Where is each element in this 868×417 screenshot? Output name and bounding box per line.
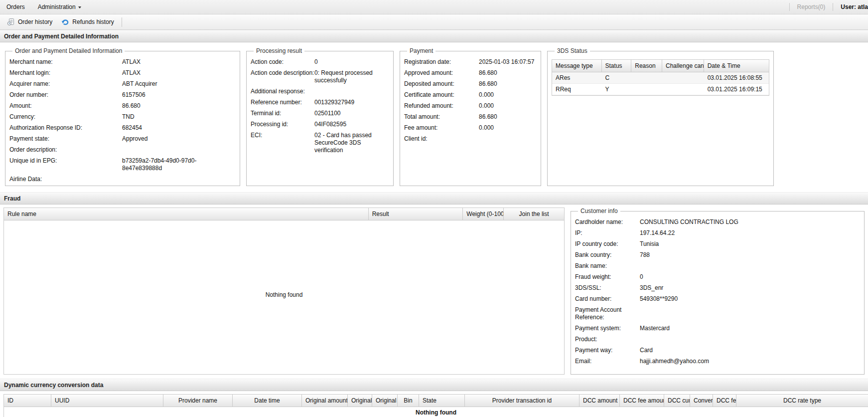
field-label: Reference number: <box>251 99 314 106</box>
field-row: Amount:86.680 <box>9 102 236 110</box>
field-value: 3DS_enr <box>640 284 860 292</box>
fraud-section: Rule nameResultWeight (0-100)Join the li… <box>0 208 868 375</box>
fraud-table: Rule nameResultWeight (0-100)Join the li… <box>3 208 565 375</box>
field-row: Deposited amount:86.680 <box>404 80 537 88</box>
field-label: Merchant name: <box>9 58 122 66</box>
column-header-original-f[interactable]: Original f <box>348 395 372 407</box>
field-label: Payment state: <box>9 135 122 143</box>
field-label: Action code: <box>251 58 314 66</box>
field-value <box>640 306 860 321</box>
field-label: Authorization Response ID: <box>9 124 122 132</box>
field-label: Total amount: <box>404 113 479 121</box>
order-info-fields: Merchant name:ATLAXMerchant login:ATLAXA… <box>9 58 236 183</box>
field-value: 86.680 <box>479 113 537 121</box>
field-label: Approved amount: <box>404 69 479 77</box>
column-header-weight-0-100-[interactable]: Weight (0-100) <box>463 208 504 220</box>
column-header-message-type[interactable]: Message type <box>552 60 602 72</box>
field-label: Fraud weight: <box>575 273 640 281</box>
field-value: 0.000 <box>479 124 537 132</box>
column-header-id[interactable]: ID <box>4 395 51 407</box>
field-row: Bank country:788 <box>575 251 860 259</box>
table-cell: ARes <box>552 72 602 83</box>
field-value <box>479 135 537 143</box>
field-row: Additional response: <box>251 88 389 95</box>
column-header-join-the-list[interactable]: Join the list <box>504 208 564 220</box>
column-header-challenge-cancel[interactable]: Challenge cancel <box>662 60 704 72</box>
table-row[interactable]: AResC03.01.2025 16:08:55 <box>552 72 769 84</box>
menu-orders[interactable]: Orders <box>0 3 31 10</box>
field-value: ATLAX <box>122 58 236 66</box>
page-title: Order and Payment Detailed Information <box>0 30 868 42</box>
field-label: Bank name: <box>575 262 640 270</box>
field-label: Deposited amount: <box>404 80 479 88</box>
table-cell: Y <box>602 84 632 95</box>
field-label: Terminal id: <box>251 110 314 117</box>
column-header-reason[interactable]: Reason <box>631 60 662 72</box>
field-value: 197.14.64.22 <box>640 229 860 237</box>
column-header-result[interactable]: Result <box>369 208 463 220</box>
column-header-dcc-curr[interactable]: DCC curr <box>664 395 690 407</box>
field-value: 0.000 <box>479 91 537 99</box>
field-label: Refunded amount: <box>404 102 479 110</box>
threeds-status-fieldset: 3DS Status Message typeStatusReasonChall… <box>547 47 774 186</box>
field-value <box>122 146 236 154</box>
field-value: 02 - Card has passed SecureCode 3DS veri… <box>314 132 389 154</box>
menu-reports[interactable]: Reports(0) <box>791 3 832 10</box>
field-value: 549308**9290 <box>640 295 860 303</box>
column-header-provider-transaction-id[interactable]: Provider transaction id <box>465 395 579 407</box>
payment-fields: Registration date:2025-01-03 16:07:57App… <box>404 58 537 143</box>
field-label: Processing id: <box>251 121 314 128</box>
processing-result-legend: Processing result <box>254 47 304 54</box>
field-row: IP country code:Tunisia <box>575 240 860 248</box>
field-value: Approved <box>122 135 236 143</box>
field-row: Terminal id:02501100 <box>251 110 389 117</box>
field-value: 0 <box>314 58 389 66</box>
field-label: Client id: <box>404 135 479 143</box>
field-row: IP:197.14.64.22 <box>575 229 860 237</box>
column-header-dcc-fee-amount[interactable]: DCC fee amount <box>620 395 664 407</box>
menu-user[interactable]: User: atla <box>834 3 868 10</box>
column-header-original-c[interactable]: Original c <box>372 395 398 407</box>
field-label: Fee amount: <box>404 124 479 132</box>
field-value: ABT Acquirer <box>122 80 236 88</box>
table-cell <box>631 84 662 95</box>
field-label: Additional response: <box>251 88 314 95</box>
menubar-separator <box>789 3 790 11</box>
column-header-status[interactable]: Status <box>602 60 632 72</box>
column-header-date-time[interactable]: Date & Time <box>704 60 769 72</box>
menubar: Orders Administration Reports(0) User: a… <box>0 0 868 14</box>
column-header-dcc-rate-type[interactable]: DCC rate type <box>736 395 868 407</box>
field-label: Order number: <box>9 91 122 99</box>
field-value: 0.000 <box>479 102 537 110</box>
column-header-provider-name[interactable]: Provider name <box>163 395 233 407</box>
column-header-date-time[interactable]: Date time <box>233 395 302 407</box>
column-header-original-amount[interactable]: Original amount <box>302 395 348 407</box>
field-label: Action code description: <box>251 69 314 84</box>
field-row: Reference number:001329327949 <box>251 99 389 106</box>
table-cell: C <box>602 72 632 83</box>
table-header-row: Message typeStatusReasonChallenge cancel… <box>552 60 769 72</box>
column-header-uuid[interactable]: UUID <box>51 395 163 407</box>
table-row[interactable]: RReqY03.01.2025 16:09:15 <box>552 84 769 95</box>
field-value: ATLAX <box>122 69 236 77</box>
column-header-conversi[interactable]: Conversi <box>690 395 713 407</box>
field-row: Total amount:86.680 <box>404 113 537 121</box>
column-header-dcc-fee[interactable]: DCC fee <box>713 395 736 407</box>
refunds-history-button[interactable]: Refunds history <box>57 16 118 27</box>
column-header-dcc-amount[interactable]: DCC amount <box>579 395 620 407</box>
field-row: Processing id:04IF082595 <box>251 121 389 128</box>
order-info-legend: Order and Payment Detailed Information <box>12 47 125 54</box>
menu-administration[interactable]: Administration <box>31 3 88 10</box>
field-row: Payment state:Approved <box>9 135 236 143</box>
customer-info-legend: Customer info <box>578 208 620 214</box>
field-value <box>640 336 860 343</box>
column-header-bin[interactable]: Bin <box>398 395 419 407</box>
payment-fieldset: Payment Registration date:2025-01-03 16:… <box>400 47 541 186</box>
fraud-section-title: Fraud <box>0 192 868 205</box>
field-row: Order description: <box>9 146 236 154</box>
empty-placeholder: Nothing found <box>4 220 564 369</box>
order-history-button[interactable]: Order history <box>2 16 57 27</box>
field-row: Merchant name:ATLAX <box>9 58 236 66</box>
column-header-state[interactable]: State <box>419 395 465 407</box>
column-header-rule-name[interactable]: Rule name <box>4 208 369 220</box>
